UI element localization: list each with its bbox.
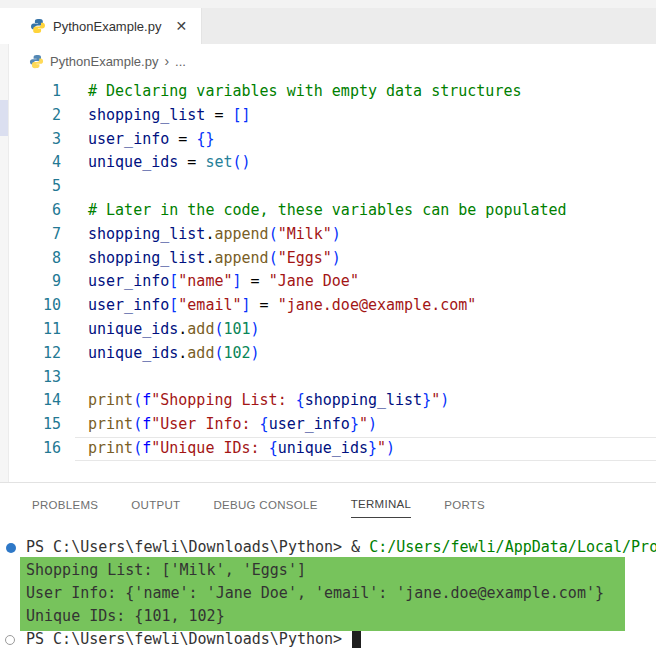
token-brk: ) [332, 249, 341, 267]
line-number[interactable]: 9 [9, 270, 61, 294]
line-number[interactable]: 11 [9, 318, 61, 342]
code-text: user_info["name"] = "Jane Doe" [88, 270, 359, 294]
token-var: unique_ids [88, 153, 178, 171]
token-str: "email" [178, 296, 241, 314]
code-text: # Later in the code, these variables can… [88, 199, 567, 223]
breadcrumb-file[interactable]: PythonExample.py [50, 54, 158, 69]
panel-tab-ports[interactable]: PORTS [444, 493, 485, 518]
terminal-text: User Info: {'name': 'Jane Doe', 'email':… [26, 584, 604, 602]
breadcrumb-symbol-ellipsis[interactable]: ... [175, 54, 186, 69]
token-brk: ( [133, 391, 142, 409]
terminal-line: User Info: {'name': 'Jane Doe', 'email':… [0, 582, 656, 605]
line-number[interactable]: 6 [9, 199, 61, 223]
token-str: "Jane Doe" [269, 272, 359, 290]
editor-left-strip [0, 44, 9, 482]
terminal-line: PS C:\Users\fewli\Downloads\Python> [0, 628, 656, 651]
line-number[interactable]: 10 [9, 294, 61, 318]
hollow-circle-icon [5, 635, 15, 645]
editor-tab-bar: PythonExample.py ✕ [0, 8, 656, 44]
token-var: unique_ids [278, 439, 368, 457]
token-pun: = [205, 106, 232, 124]
code-text: shopping_list.append("Eggs") [88, 247, 341, 271]
tabbar-left-gap [0, 8, 16, 44]
line-number[interactable]: 1 [9, 80, 61, 104]
code-line-13[interactable]: 13 [9, 366, 656, 390]
token-var: shopping_list [88, 225, 205, 243]
code-line-2[interactable]: 2shopping_list = [] [9, 104, 656, 128]
token-brk: ( [269, 225, 278, 243]
code-line-5[interactable]: 5 [9, 175, 656, 199]
code-line-6[interactable]: 6# Later in the code, these variables ca… [9, 199, 656, 223]
code-line-12[interactable]: 12unique_ids.add(102) [9, 342, 656, 366]
token-brk: ] [242, 296, 251, 314]
token-brk: { [296, 391, 305, 409]
token-fn: print [88, 439, 133, 457]
token-fn: add [187, 320, 214, 338]
code-text: unique_ids.add(101) [88, 318, 260, 342]
terminal-cursor [352, 631, 361, 648]
token-var: shopping_list [88, 106, 205, 124]
line-number[interactable]: 14 [9, 389, 61, 413]
code-line-9[interactable]: 9user_info["name"] = "Jane Doe" [9, 270, 656, 294]
token-str: "jane.doe@example.com" [278, 296, 477, 314]
line-number[interactable]: 2 [9, 104, 61, 128]
terminal-text: PS C:\Users\fewli\Downloads\Python> [26, 630, 351, 648]
token-kw: f [142, 415, 151, 433]
token-brk: ) [332, 225, 341, 243]
line-number[interactable]: 15 [9, 413, 61, 437]
line-number[interactable]: 13 [9, 366, 61, 390]
line-number[interactable]: 4 [9, 151, 61, 175]
line-number[interactable]: 7 [9, 223, 61, 247]
token-brk: { [269, 439, 278, 457]
terminal-text: Unique IDs: {101, 102} [26, 607, 225, 625]
token-brk: ] [233, 272, 242, 290]
line-number[interactable]: 3 [9, 128, 61, 152]
tab-pythonexample[interactable]: PythonExample.py ✕ [16, 8, 202, 44]
token-str: " [377, 439, 386, 457]
code-line-14[interactable]: 14print(f"Shopping List: {shopping_list}… [9, 389, 656, 413]
breadcrumb: PythonExample.py › ... [0, 44, 656, 78]
token-var: user_info [88, 296, 169, 314]
token-var: shopping_list [88, 249, 205, 267]
token-pun: = [242, 272, 269, 290]
python-icon [29, 54, 44, 69]
token-brk: ( [133, 415, 142, 433]
token-kw: f [142, 439, 151, 457]
line-number[interactable]: 16 [9, 437, 61, 461]
line-number[interactable]: 12 [9, 342, 61, 366]
code-line-10[interactable]: 10user_info["email"] = "jane.doe@example… [9, 294, 656, 318]
code-line-1[interactable]: 1# Declaring variables with empty data s… [9, 80, 656, 104]
code-line-7[interactable]: 7shopping_list.append("Milk") [9, 223, 656, 247]
panel-tab-output[interactable]: OUTPUT [131, 493, 180, 518]
line-number[interactable]: 5 [9, 175, 61, 199]
blue-dot-icon [6, 543, 16, 553]
code-text: user_info = {} [88, 128, 214, 152]
token-var: user_info [88, 130, 169, 148]
panel-tab-terminal[interactable]: TERMINAL [351, 492, 412, 518]
token-brk: } [422, 391, 431, 409]
token-num: 101 [223, 320, 250, 338]
token-str: " [359, 415, 368, 433]
code-line-4[interactable]: 4unique_ids = set() [9, 151, 656, 175]
terminal[interactable]: PS C:\Users\fewli\Downloads\Python> & C:… [0, 536, 656, 668]
panel-tab-problems[interactable]: PROBLEMS [32, 493, 98, 518]
code-line-11[interactable]: 11unique_ids.add(101) [9, 318, 656, 342]
code-editor[interactable]: 1# Declaring variables with empty data s… [9, 80, 656, 462]
code-line-16[interactable]: 16print(f"Unique IDs: {unique_ids}") [9, 437, 656, 461]
token-brk: ) [251, 320, 260, 338]
code-line-15[interactable]: 15print(f"User Info: {user_info}") [9, 413, 656, 437]
panel-tab-bar: PROBLEMSOUTPUTDEBUG CONSOLETERMINALPORTS [0, 483, 656, 527]
titlebar-strip [0, 0, 656, 8]
line-number[interactable]: 8 [9, 247, 61, 271]
code-line-8[interactable]: 8shopping_list.append("Eggs") [9, 247, 656, 271]
panel-tab-debug-console[interactable]: DEBUG CONSOLE [213, 493, 317, 518]
code-line-3[interactable]: 3user_info = {} [9, 128, 656, 152]
token-fn: add [187, 344, 214, 362]
vscode-window: PythonExample.py ✕ PythonExample.py › ..… [0, 0, 656, 668]
terminal-lines: PS C:\Users\fewli\Downloads\Python> & C:… [0, 536, 656, 651]
chevron-right-icon: › [164, 53, 169, 69]
token-pun: = [251, 296, 278, 314]
terminal-line: Unique IDs: {101, 102} [0, 605, 656, 628]
scroll-thumb[interactable] [0, 100, 8, 136]
close-icon[interactable]: ✕ [175, 19, 187, 33]
